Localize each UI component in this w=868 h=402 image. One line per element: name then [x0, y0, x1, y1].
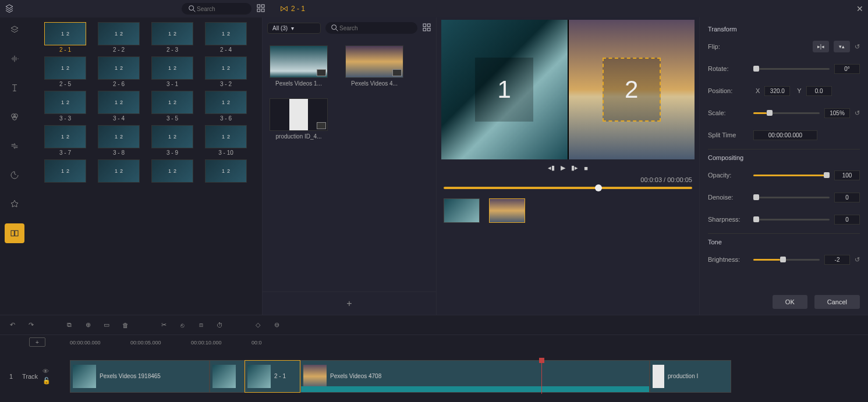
reset-flip-icon[interactable]: ↺	[855, 43, 860, 51]
template-thumb[interactable]: 12	[151, 125, 193, 148]
play-button[interactable]: ▶	[561, 164, 565, 172]
time-total: 00:00:05	[667, 176, 692, 183]
template-thumb[interactable]: 12	[98, 22, 140, 45]
template-thumb[interactable]: 12	[205, 22, 247, 45]
clip-thumb[interactable]	[270, 45, 328, 78]
tool-zoomout-icon[interactable]: ⊖	[271, 321, 282, 329]
scale-slider[interactable]	[753, 112, 820, 114]
sidebar-motion-icon[interactable]	[5, 165, 24, 185]
template-thumb[interactable]: 12	[44, 56, 86, 80]
next-frame-button[interactable]: ▮▸	[571, 164, 578, 172]
preview-pane[interactable]: 2	[569, 20, 695, 159]
timeline-clip[interactable]: production I	[650, 360, 731, 393]
brightness-slider[interactable]	[753, 259, 820, 261]
add-clip-button[interactable]: +	[263, 291, 436, 315]
template-thumb[interactable]: 12	[151, 91, 193, 114]
sidebar-audio-icon[interactable]	[5, 49, 24, 69]
opacity-slider[interactable]	[753, 175, 830, 176]
tool-crop-icon[interactable]: ⧈	[196, 321, 206, 329]
template-thumb[interactable]: 12	[151, 56, 193, 80]
search-input-top[interactable]	[197, 6, 243, 12]
template-thumb[interactable]: 12	[151, 159, 193, 183]
close-button[interactable]: ✕	[856, 4, 863, 13]
tool-add-icon[interactable]: ⊕	[83, 321, 93, 329]
tool-speed-icon[interactable]: ⏱	[214, 322, 225, 329]
tool-marker-icon[interactable]: ⧉	[64, 321, 75, 329]
sidebar-text-icon[interactable]	[5, 78, 24, 98]
template-thumb[interactable]: 12	[205, 159, 247, 183]
search-top[interactable]	[182, 3, 251, 15]
template-thumb[interactable]: 12	[98, 91, 140, 114]
template-thumb[interactable]: 12	[44, 91, 86, 114]
denoise-slider[interactable]	[753, 197, 830, 198]
visibility-icon[interactable]: 👁	[42, 368, 51, 375]
template-thumb[interactable]: 12	[151, 22, 193, 45]
sidebar-transitions-icon[interactable]	[5, 136, 24, 156]
template-thumb[interactable]: 12	[44, 22, 86, 45]
denoise-value[interactable]	[834, 193, 860, 202]
opacity-value[interactable]	[834, 170, 860, 180]
undo-button[interactable]: ↶	[7, 321, 17, 329]
tool-delete-icon[interactable]: 🗑	[120, 322, 130, 329]
tool-folder-icon[interactable]: ▭	[101, 321, 112, 329]
template-thumb[interactable]: 12	[205, 56, 247, 80]
sidebar-filters-icon[interactable]	[5, 107, 24, 127]
timeline-clip[interactable]: Pexels Videos 4708	[300, 360, 650, 393]
scale-value[interactable]	[824, 108, 850, 118]
grid-view-icon[interactable]	[256, 3, 265, 14]
filter-dropdown[interactable]: All (3) ▾	[267, 23, 321, 34]
flip-vertical-button[interactable]: ▾▴	[834, 41, 850, 52]
redo-button[interactable]: ↷	[26, 321, 36, 329]
reset-scale-icon[interactable]: ↺	[855, 109, 860, 117]
template-thumb[interactable]: 12	[98, 56, 140, 80]
scrub-bar[interactable]	[444, 187, 692, 189]
template-thumb[interactable]: 12	[44, 125, 86, 148]
timeline-clip[interactable]: Pexels Videos 1918465	[70, 360, 210, 393]
sharpness-slider[interactable]	[753, 219, 830, 220]
sharpness-value[interactable]	[834, 215, 860, 225]
preview-thumb-2[interactable]	[489, 198, 525, 223]
template-thumb[interactable]: 12	[205, 91, 247, 114]
ok-button[interactable]: OK	[773, 295, 807, 309]
timeline-clip[interactable]	[210, 360, 245, 393]
sidebar-elements-icon[interactable]	[5, 194, 24, 214]
tool-tag-icon[interactable]: ◇	[253, 321, 263, 329]
rotate-slider[interactable]	[753, 68, 830, 70]
title-text: 2 - 1	[291, 5, 305, 13]
prev-frame-button[interactable]: ◂▮	[548, 164, 555, 172]
template-thumb[interactable]: 12	[205, 125, 247, 148]
template-thumb[interactable]: 12	[44, 159, 86, 183]
timeline-ruler[interactable]: + 00:00:00.000 00:00:05.000 00:00:10.000…	[0, 335, 868, 350]
sidebar-splitscreen-icon[interactable]	[5, 223, 24, 243]
tool-split-icon[interactable]: ⎋	[177, 322, 187, 329]
stop-button[interactable]: ■	[584, 165, 588, 172]
tick: 00:00:05.000	[130, 340, 189, 346]
clip-thumb[interactable]	[345, 45, 403, 78]
search-clips[interactable]	[325, 22, 417, 34]
timeline-clip[interactable]: 2 - 1	[245, 360, 300, 393]
template-label: 3 - 4	[113, 115, 125, 122]
brightness-value[interactable]	[824, 255, 850, 265]
preview-thumbs	[441, 196, 695, 225]
playhead[interactable]	[541, 359, 542, 394]
template-label: 3 - 9	[166, 150, 178, 156]
split-time[interactable]	[753, 130, 817, 140]
lock-icon[interactable]: 🔓	[42, 377, 51, 385]
clip-thumb[interactable]	[270, 98, 328, 131]
search-input-clips[interactable]	[339, 25, 386, 31]
grid-view-icon[interactable]	[422, 23, 431, 33]
sidebar	[0, 17, 29, 315]
flip-horizontal-button[interactable]: ▸|◂	[813, 41, 829, 52]
sidebar-media-icon[interactable]	[5, 20, 24, 40]
template-thumb[interactable]: 12	[98, 125, 140, 148]
position-y[interactable]	[806, 86, 832, 96]
preview-thumb-1[interactable]	[444, 198, 480, 223]
tool-cut-icon[interactable]: ✂	[158, 321, 169, 329]
add-track-button[interactable]: +	[29, 337, 45, 347]
template-thumb[interactable]: 12	[98, 159, 140, 183]
reset-brightness-icon[interactable]: ↺	[855, 256, 860, 264]
rotate-value[interactable]	[834, 64, 860, 74]
preview-pane[interactable]: 1	[441, 20, 568, 159]
position-x[interactable]	[764, 86, 790, 96]
cancel-button[interactable]: Cancel	[814, 295, 860, 309]
